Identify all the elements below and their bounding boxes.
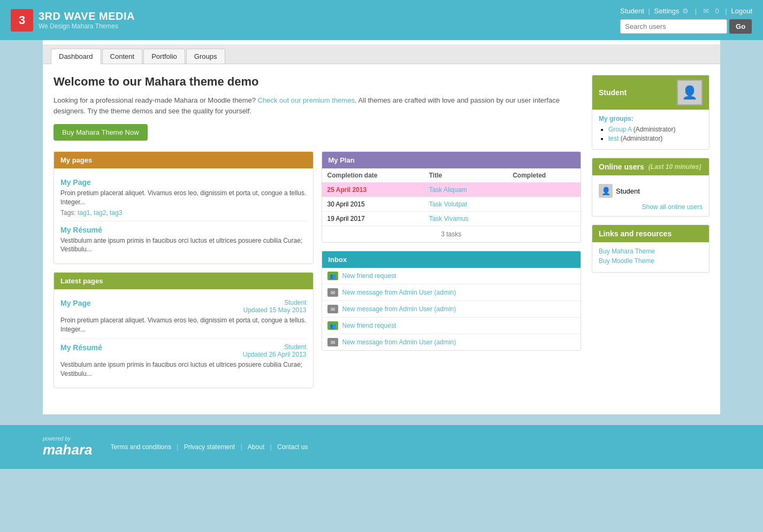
tab-portfolio[interactable]: Portfolio [143, 49, 185, 64]
tab-dashboard[interactable]: Dashboard [51, 49, 101, 64]
friend-request-icon: 👥 [327, 272, 338, 280]
settings-link[interactable]: Settings [654, 7, 680, 15]
message-icon: ✉ [327, 305, 338, 313]
footer-sep: | [177, 443, 180, 451]
inbox-panel: Inbox 👥 New friend request ✉ New message… [322, 251, 582, 351]
inbox-item-link[interactable]: New message from Admin User (admin) [342, 305, 456, 313]
search-button[interactable]: Go [729, 19, 752, 34]
page-tags: Tags: tag1, tag2, tag3 [60, 209, 307, 217]
panels-row: My pages My Page Proin pretium placerat … [54, 151, 581, 388]
inbox-body: 👥 New friend request ✉ New message from … [322, 268, 581, 350]
list-item: My Page Proin pretium placerat aliquet. … [60, 174, 307, 221]
inbox-item-link[interactable]: New message from Admin User (admin) [342, 289, 456, 296]
inbox-item-link[interactable]: New friend request [342, 272, 396, 280]
tag-3[interactable]: tag3 [108, 209, 123, 217]
list-item: My Résumé Vestibulum ante ipsum primis i… [60, 221, 307, 259]
logo-icon: 3 [11, 9, 33, 32]
premium-themes-link[interactable]: Check out our premium themes [258, 96, 355, 104]
footer-contact-link[interactable]: Contact us [277, 443, 308, 451]
footer-sep: | [270, 443, 273, 451]
table-row: 19 April 2017 Task Vivamus [322, 212, 581, 226]
page-title-link[interactable]: My Page [60, 178, 307, 187]
list-item: ✉ New message from Admin User (admin) [322, 334, 581, 350]
latest-author[interactable]: Student [243, 299, 306, 306]
plan-table: Completion date Title Completed 25 April… [322, 168, 581, 226]
tag-1[interactable]: tag1 [78, 209, 90, 217]
latest-pages-body: My Page Student Updated 15 May 2013 Proi… [54, 289, 313, 388]
online-users-header: Online users (Last 10 minutes) [592, 158, 709, 175]
tabs-nav: Dashboard Content Portfolio Groups [43, 44, 720, 64]
footer-privacy-link[interactable]: Privacy statement [184, 443, 235, 451]
online-users-card: Online users (Last 10 minutes) 👤 Student… [592, 158, 709, 217]
show-all-online-users-link[interactable]: Show all online users [599, 203, 703, 211]
plan-footer: 3 tasks [322, 226, 581, 242]
avatar: 👤 [677, 80, 703, 105]
main-content: Welcome to our Mahara theme demo Looking… [54, 75, 581, 388]
latest-page-title[interactable]: My Résumé [60, 343, 102, 352]
online-users-subtext: (Last 10 minutes) [648, 163, 701, 171]
footer-about-link[interactable]: About [248, 443, 264, 451]
nav-links: Student | Settings ⚙ | ✉ 0 | Logout [620, 7, 752, 15]
inbox-item-link[interactable]: New friend request [342, 322, 396, 329]
group-role: (Administrator) [621, 135, 663, 142]
content-area: Welcome to our Mahara theme demo Looking… [43, 64, 720, 399]
sep1: | [648, 7, 652, 15]
buy-mahara-button[interactable]: Buy Mahara Theme Now [54, 124, 148, 141]
task-completed [507, 212, 581, 226]
message-icon: ✉ [703, 7, 709, 15]
task-date: 30 April 2015 [322, 197, 424, 212]
buy-moodle-theme-link[interactable]: Buy Moodle Theme [599, 257, 703, 265]
list-item: 👥 New friend request [322, 318, 581, 334]
sep3: | [725, 7, 729, 15]
latest-author[interactable]: Student [243, 343, 307, 351]
list-item: Group A (Administrator) [608, 126, 703, 133]
student-card: Student 👤 My groups: Group A (Administra… [592, 75, 709, 150]
col-completed: Completed [507, 168, 581, 183]
tab-groups[interactable]: Groups [186, 49, 225, 64]
inbox-header: Inbox [322, 251, 581, 268]
latest-page-title[interactable]: My Page [60, 299, 91, 307]
student-card-body: My groups: Group A (Administrator) test … [592, 110, 709, 149]
my-pages-header: My pages [54, 152, 313, 168]
buy-mahara-theme-link[interactable]: Buy Mahara Theme [599, 248, 703, 255]
page-title-link[interactable]: My Résumé [60, 226, 307, 234]
welcome-text-before: Looking for a professional ready-made Ma… [54, 96, 258, 104]
task-title[interactable]: Task Aliquam [424, 183, 507, 197]
page-title: Welcome to our Mahara theme demo [54, 75, 581, 89]
links-resources-body: Buy Mahara Theme Buy Moodle Theme [592, 242, 709, 272]
list-item: 👤 Student [599, 181, 703, 201]
search-area: Go [620, 19, 752, 34]
online-user-link[interactable]: Student [616, 187, 640, 195]
list-item: 👥 New friend request [322, 268, 581, 284]
task-title[interactable]: Task Volutpat [424, 197, 507, 212]
gear-icon: ⚙ [682, 7, 689, 15]
latest-pages-panel: Latest pages My Page Student Updated 15 … [54, 272, 314, 388]
user-link[interactable]: Student [620, 7, 644, 15]
message-count: 0 [715, 7, 719, 15]
my-pages-body: My Page Proin pretium placerat aliquet. … [54, 168, 313, 264]
site-subtitle: We Design Mahara Themes [39, 22, 135, 30]
inbox-item-link[interactable]: New message from Admin User (admin) [342, 338, 456, 346]
search-input[interactable] [620, 19, 727, 34]
my-groups-list: Group A (Administrator) test (Administra… [599, 126, 703, 142]
sidebar: Student 👤 My groups: Group A (Administra… [592, 75, 709, 388]
group-role: (Administrator) [634, 126, 676, 133]
task-title[interactable]: Task Vivamus [424, 212, 507, 226]
tab-content[interactable]: Content [102, 49, 143, 64]
user-avatar: 👤 [599, 184, 613, 198]
logo-area: 3 3RD WAVE MEDIA We Design Mahara Themes [11, 9, 135, 32]
links-resources-header: Links and resources [592, 225, 709, 242]
footer-terms-link[interactable]: Terms and conditions [111, 443, 171, 451]
task-date: 25 April 2013 [322, 183, 424, 197]
list-item: My Page Student Updated 15 May 2013 Proi… [60, 295, 307, 339]
logout-link[interactable]: Logout [731, 7, 752, 15]
tag-2[interactable]: tag2 [92, 209, 106, 217]
group-link[interactable]: Group A [608, 126, 631, 133]
mahara-brand: mahara [43, 442, 93, 458]
group-link[interactable]: test [608, 135, 619, 142]
message-icon: ✉ [327, 288, 338, 297]
header-right: Student | Settings ⚙ | ✉ 0 | Logout Go [620, 7, 752, 34]
mahara-logo: powered by mahara [43, 436, 93, 458]
col-date: Completion date [322, 168, 424, 183]
right-panels: My Plan Completion date Title Completed [322, 151, 582, 388]
